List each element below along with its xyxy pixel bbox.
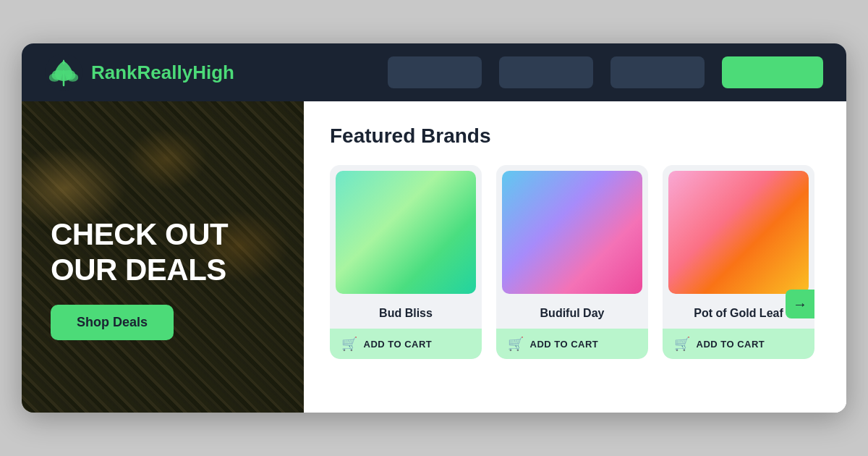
brand-name-budiful-day: Budiful Day [496,300,648,323]
add-to-cart-bud-bliss[interactable]: 🛒 ADD TO CART [330,329,482,359]
nav-button-1[interactable] [388,56,482,88]
logo-icon [45,54,82,91]
hero-text-block: CHECK OUT OUR DEALS Shop Deals [51,217,275,340]
nav-button-cta[interactable] [722,56,823,88]
cart-icon-3: 🛒 [674,336,691,352]
browser-window: RankReallyHigh CHECK OUT OUR DEALS Shop … [22,43,846,413]
brand-image-budiful-day [502,171,642,294]
brand-card-bud-bliss: Bud Bliss 🛒 ADD TO CART [330,165,482,359]
add-to-cart-budiful-day[interactable]: 🛒 ADD TO CART [496,329,648,359]
main-content: CHECK OUT OUR DEALS Shop Deals Featured … [22,101,846,413]
brand-card-pot-of-gold-leaf: → Pot of Gold Leaf 🛒 ADD TO CART [663,165,814,359]
nav-bar: RankReallyHigh [22,43,846,101]
arrow-badge[interactable]: → [786,290,814,318]
shop-deals-button[interactable]: Shop Deals [51,305,174,340]
featured-panel: Featured Brands Bud Bliss 🛒 ADD TO CART … [304,101,846,413]
brands-grid: Bud Bliss 🛒 ADD TO CART Budiful Day 🛒 AD… [330,165,820,359]
featured-brands-title: Featured Brands [330,124,820,148]
nav-button-2[interactable] [499,56,593,88]
brand-card-budiful-day: Budiful Day 🛒 ADD TO CART [496,165,648,359]
cart-icon-2: 🛒 [508,336,524,352]
brand-name-text: RankReallyHigh [91,62,234,84]
hero-panel: CHECK OUT OUR DEALS Shop Deals [22,101,304,413]
nav-button-3[interactable] [610,56,705,88]
brand-name-bud-bliss: Bud Bliss [330,300,482,323]
brand-image-bud-bliss [336,171,476,294]
logo-area: RankReallyHigh [45,54,234,91]
brand-image-pot-of-gold-leaf [668,171,809,294]
hero-headline: CHECK OUT OUR DEALS [51,217,275,287]
cart-icon-1: 🛒 [341,336,358,352]
add-to-cart-pot-of-gold-leaf[interactable]: 🛒 ADD TO CART [663,329,814,359]
